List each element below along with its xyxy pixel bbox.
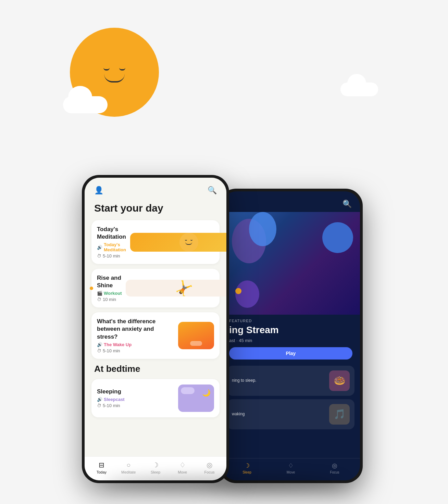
app-scene: 👤 🔍 Start your day Today's Meditation 🔊 … bbox=[36, 21, 412, 483]
nav-sleep-icon: ☽ bbox=[152, 461, 159, 469]
back-phone: 🔍 Featured ing Stream ast · 45 min bbox=[219, 189, 363, 483]
workout-card-image: 🤸 bbox=[126, 280, 226, 297]
section-start-title: Start your day bbox=[94, 202, 220, 214]
nav-move-icon: ♢ bbox=[179, 461, 186, 469]
back-nav-sleep-label: Sleep bbox=[242, 470, 251, 474]
workout-card-duration: ⏱ 10 min bbox=[97, 297, 122, 302]
sun-face bbox=[103, 68, 125, 83]
nav-today[interactable]: ⊟ Today bbox=[88, 461, 115, 474]
meditation-card-title: Today's Meditation bbox=[97, 226, 126, 241]
nav-move-label: Move bbox=[178, 470, 187, 474]
play-button[interactable]: Play bbox=[229, 347, 352, 360]
meditation-card-image bbox=[130, 233, 226, 252]
sun-eye-right bbox=[119, 68, 125, 71]
sleeping-card-text: Sleeping 🔊 Sleepcast ⏱ 5-10 min bbox=[97, 388, 174, 408]
featured-label: Featured bbox=[222, 315, 360, 324]
sleeping-card[interactable]: Sleeping 🔊 Sleepcast ⏱ 5-10 min bbox=[91, 379, 220, 417]
anxiety-card-image bbox=[178, 322, 214, 349]
back-nav-focus-icon: ◎ bbox=[332, 462, 337, 469]
nav-sleep-label: Sleep bbox=[151, 470, 160, 474]
search-icon[interactable]: 🔍 bbox=[208, 186, 217, 195]
back-search-icon[interactable]: 🔍 bbox=[343, 200, 352, 209]
back-nav-sleep-icon: ☽ bbox=[244, 462, 250, 469]
anxiety-card-tag: 🔊 The Wake Up bbox=[97, 342, 174, 347]
workout-figure: 🤸 bbox=[175, 280, 193, 297]
cloud-left bbox=[63, 96, 108, 113]
back-sleep-card[interactable]: ning to sleep. 🍩 bbox=[227, 366, 354, 396]
sleep-cloud bbox=[181, 387, 195, 394]
anxiety-image-bg bbox=[178, 322, 214, 349]
nav-focus-label: Focus bbox=[204, 470, 215, 474]
section-bedtime-title: At bedtime bbox=[94, 364, 220, 374]
workout-card-title: Rise and Shine bbox=[97, 274, 122, 289]
cloud-right bbox=[340, 83, 378, 96]
back-nav-move-icon: ♢ bbox=[288, 462, 294, 469]
back-sleep-card-text: ning to sleep. bbox=[232, 378, 325, 383]
nav-meditate-label: Meditate bbox=[121, 470, 136, 474]
back-nav-focus[interactable]: ◎ Focus bbox=[313, 462, 357, 474]
profile-icon[interactable]: 👤 bbox=[94, 186, 103, 195]
nav-focus-icon: ◎ bbox=[207, 461, 212, 469]
nav-meditate[interactable]: ○ Meditate bbox=[115, 461, 142, 474]
back-nav-move-label: Move bbox=[287, 470, 295, 474]
back-nav-focus-label: Focus bbox=[330, 470, 339, 474]
mini-smile bbox=[185, 242, 192, 245]
mini-eye-right bbox=[190, 240, 192, 241]
mini-eyes bbox=[185, 240, 192, 241]
anxiety-card-text: What's the difference between anxiety an… bbox=[97, 318, 174, 353]
back-sleep-card-image: 🍩 bbox=[329, 370, 350, 391]
meditation-card-duration: ⏱ 5-10 min bbox=[97, 253, 126, 259]
nav-today-label: Today bbox=[97, 470, 107, 474]
front-phone: 👤 🔍 Start your day Today's Meditation 🔊 … bbox=[82, 175, 229, 483]
back-music-card-image: 🎵 bbox=[329, 404, 350, 425]
sun-eyes bbox=[103, 68, 125, 71]
sleeping-card-title: Sleeping bbox=[97, 388, 174, 395]
back-header: 🔍 bbox=[222, 191, 360, 212]
mini-eye-left bbox=[185, 240, 187, 241]
hero-yellow-dot bbox=[235, 288, 241, 294]
hero-background bbox=[222, 212, 360, 315]
phones-container: 👤 🔍 Start your day Today's Meditation 🔊 … bbox=[61, 175, 387, 483]
anxiety-card-title: What's the difference between anxiety an… bbox=[97, 318, 174, 340]
front-phone-inner: 👤 🔍 Start your day Today's Meditation 🔊 … bbox=[85, 178, 226, 480]
nav-move[interactable]: ♢ Move bbox=[169, 461, 196, 474]
sleeping-card-tag: 🔊 Sleepcast bbox=[97, 397, 174, 402]
meditation-card-text: Today's Meditation 🔊 Today's Meditation … bbox=[97, 226, 126, 259]
meditation-card-tag: 🔊 Today's Meditation bbox=[97, 242, 126, 252]
featured-sub: ast · 45 min bbox=[222, 336, 360, 347]
workout-card-tag: 🎬 Workout bbox=[97, 291, 122, 296]
sleeping-card-image: 🌙 bbox=[178, 385, 214, 412]
meditation-card[interactable]: Today's Meditation 🔊 Today's Meditation … bbox=[91, 220, 220, 264]
nav-sleep[interactable]: ☽ Sleep bbox=[142, 461, 169, 474]
back-nav-sleep[interactable]: ☽ Sleep bbox=[225, 462, 269, 474]
sleep-moon: 🌙 bbox=[202, 389, 211, 397]
anxiety-pill bbox=[190, 341, 202, 346]
meditation-sun bbox=[179, 233, 198, 252]
back-hero bbox=[222, 212, 360, 315]
featured-title: ing Stream bbox=[222, 324, 360, 336]
hero-shape-2 bbox=[249, 212, 276, 246]
back-nav-move[interactable]: ♢ Move bbox=[269, 462, 313, 474]
mini-face bbox=[185, 240, 192, 245]
hero-shape-3 bbox=[322, 222, 353, 253]
anxiety-card-duration: ⏱ 5-10 min bbox=[97, 348, 174, 353]
workout-card[interactable]: Rise and Shine 🎬 Workout ⏱ 10 min � bbox=[91, 269, 220, 307]
sun-eye-left bbox=[103, 68, 110, 71]
nav-today-icon: ⊟ bbox=[99, 461, 104, 469]
back-phone-inner: 🔍 Featured ing Stream ast · 45 min bbox=[222, 191, 360, 480]
sleep-image-bg: 🌙 bbox=[178, 385, 214, 412]
sleeping-card-duration: ⏱ 5-10 min bbox=[97, 403, 174, 408]
back-music-card[interactable]: waking 🎵 bbox=[227, 399, 354, 429]
phone-shadow bbox=[104, 476, 344, 490]
front-header: 👤 🔍 bbox=[85, 178, 226, 199]
back-music-card-text: waking bbox=[232, 411, 325, 417]
anxiety-card[interactable]: What's the difference between anxiety an… bbox=[91, 312, 220, 358]
nav-meditate-icon: ○ bbox=[126, 461, 130, 469]
dot-indicator bbox=[90, 287, 93, 290]
hero-shape-4 bbox=[235, 280, 259, 308]
workout-card-text: Rise and Shine 🎬 Workout ⏱ 10 min bbox=[97, 274, 122, 302]
front-content: Start your day Today's Meditation 🔊 Toda… bbox=[85, 199, 226, 456]
nav-focus[interactable]: ◎ Focus bbox=[196, 461, 223, 474]
sun-smile bbox=[104, 74, 125, 83]
